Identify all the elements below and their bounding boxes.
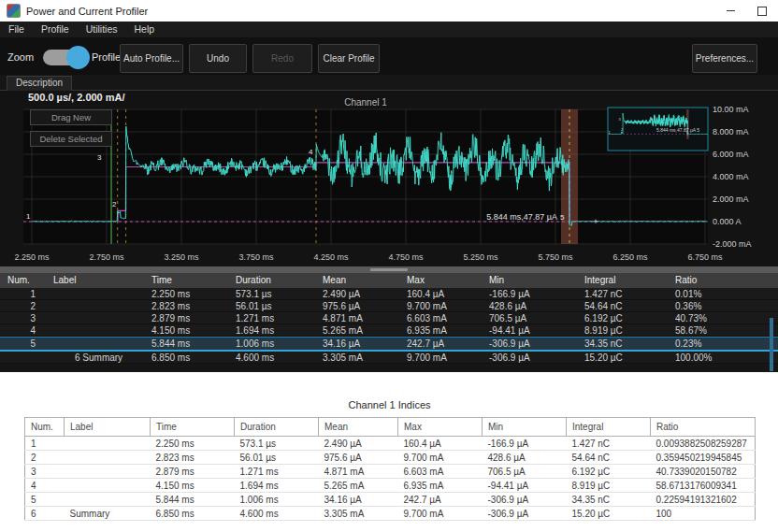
indices-row-4: 44.150 ms1.694 ms5.265 mA6.935 mA-94.41 … [25, 479, 756, 493]
indices-cell-max: 9.700 mA [398, 507, 483, 521]
indices-cell-integral: 1.427 nC [567, 437, 651, 451]
cell-num [0, 352, 47, 363]
drag-new-button[interactable]: Drag New [30, 109, 112, 125]
indices-cell-num: 5 [25, 493, 65, 507]
indices-cell-ratio: 100 [651, 507, 756, 521]
cell-label [47, 338, 145, 350]
minimap[interactable]: 123455.844 ms,47.87 µA 5 [608, 108, 708, 151]
cell-mean: 4.871 mA [316, 312, 400, 324]
indices-cell-label [65, 465, 151, 479]
panel-splitter[interactable] [0, 266, 778, 273]
zoom-profile-toggle[interactable] [43, 50, 86, 65]
waveform-chart[interactable]: 2.250 ms2.750 ms3.250 ms3.750 ms4.250 ms… [0, 91, 778, 266]
x-tick-label: 6.750 ms [687, 252, 723, 262]
cell-label [47, 300, 145, 311]
indices-cell-label [65, 493, 151, 507]
minimap-annotation: 5.844 ms,47.87 µA 5 [656, 127, 699, 133]
menu-item-help[interactable]: Help [126, 22, 164, 37]
indices-section: Channel 1 Indices Num.LabelTimeDurationM… [0, 372, 778, 532]
header-mean[interactable]: Mean [316, 273, 400, 288]
indices-cell-label: Summary [65, 507, 151, 521]
indices-cell-max: 9.700 mA [398, 451, 483, 465]
cell-min: -306.9 µA [483, 352, 578, 363]
header-label[interactable]: Label [47, 273, 145, 288]
menu-item-file[interactable]: File [0, 22, 33, 37]
minimize-button[interactable] [714, 0, 746, 22]
indices-header-mean: Mean [319, 418, 398, 437]
indices-cell-integral: 6.192 µC [567, 465, 651, 479]
profile-row-3[interactable]: 32.879 ms1.271 ms4.871 mA6.603 mA706.5 µ… [0, 312, 778, 324]
indices-row-1: 12.250 ms573.1 µs2.490 µA160.4 µA-166.9 … [25, 437, 756, 451]
window-controls [714, 0, 778, 22]
cell-duration: 56.01 µs [229, 300, 316, 311]
header-time[interactable]: Time [145, 273, 229, 288]
menu-item-profile[interactable]: Profile [33, 22, 78, 37]
indices-header-label: Label [65, 418, 151, 437]
header-ratio[interactable]: Ratio [669, 273, 778, 288]
x-tick-label: 3.750 ms [238, 252, 274, 262]
y-tick-label: 8.000 mA [713, 127, 749, 137]
profile-row-5[interactable]: 55.844 ms1.006 ms34.16 µA242.7 µA-306.9 … [0, 337, 778, 352]
header-min[interactable]: Min [483, 273, 578, 288]
cell-integral: 6.192 µC [578, 312, 669, 324]
indices-cell-duration: 1.271 ms [235, 465, 319, 479]
header-integral[interactable]: Integral [578, 273, 669, 288]
indices-cell-integral: 34.35 nC [567, 493, 651, 507]
cell-integral: 34.35 nC [578, 338, 669, 350]
table-scrollbar[interactable] [770, 318, 773, 371]
profile-row-2[interactable]: 22.823 ms56.01 µs975.6 µA9.700 mA428.6 µ… [0, 300, 778, 312]
delete-selected-button[interactable]: Delete Selected [30, 131, 112, 147]
indices-cell-mean: 34.16 µA [319, 493, 398, 507]
chart-title: Channel 1 [23, 97, 708, 108]
toolbar: Zoom Profile Auto Profile...UndoRedoClea… [0, 37, 778, 75]
undo-button[interactable]: Undo [189, 44, 247, 73]
cell-max: 9.700 mA [400, 300, 483, 311]
cell-ratio: 100.00% [669, 352, 778, 363]
header-max[interactable]: Max [400, 273, 483, 288]
redo-button[interactable]: Redo [252, 44, 312, 73]
cell-time: 5.844 ms [145, 338, 229, 350]
x-tick-label: 2.250 ms [14, 252, 50, 262]
cell-max: 6.603 mA [400, 312, 483, 324]
indices-header-duration: Duration [235, 418, 319, 437]
indices-cell-mean: 2.490 µA [319, 437, 398, 451]
cell-duration: 573.1 µs [229, 288, 316, 299]
maximize-button[interactable] [746, 0, 778, 22]
indices-cell-duration: 1.006 ms [235, 493, 319, 507]
cell-mean: 2.490 µA [316, 288, 400, 299]
cell-label: 6 Summary [47, 352, 145, 363]
cell-max: 242.7 µA [400, 338, 483, 350]
indices-cell-ratio: 40.7339020150782 [651, 465, 756, 479]
indices-cell-integral: 8.919 µC [567, 479, 651, 493]
header-duration[interactable]: Duration [229, 273, 316, 288]
region-marker-4: 4 [309, 148, 313, 156]
y-tick-label: 4.000 mA [713, 172, 749, 181]
auto-profile-button[interactable]: Auto Profile... [120, 44, 183, 73]
cell-integral: 54.64 nC [578, 300, 669, 311]
header-num[interactable]: Num. [0, 273, 47, 288]
profile-row-4[interactable]: 44.150 ms1.694 ms5.265 mA6.935 mA-94.41 … [0, 324, 778, 337]
indices-cell-duration: 1.694 ms [235, 479, 319, 493]
indices-cell-min: -306.9 µA [483, 507, 567, 521]
indices-cell-min: 428.6 µA [483, 451, 567, 465]
indices-table: Num.LabelTimeDurationMeanMaxMinIntegralR… [24, 417, 756, 521]
minimize-icon [727, 10, 735, 11]
indices-cell-num: 6 [25, 507, 65, 521]
indices-cell-ratio: 0.0093882508259287 [651, 437, 756, 451]
menu-bar: FileProfileUtilitiesHelp [0, 22, 778, 37]
indices-cell-time: 4.150 ms [151, 479, 235, 493]
cell-time: 4.150 ms [145, 324, 229, 336]
tab-description[interactable]: Description [7, 76, 72, 91]
profile-row-1[interactable]: 12.250 ms573.1 µs2.490 µA160.4 µA-166.9 … [0, 288, 778, 300]
region-marker-3: 3 [97, 153, 102, 162]
indices-header-ratio: Ratio [651, 418, 756, 437]
indices-row-5: 55.844 ms1.006 ms34.16 µA242.7 µA-306.9 … [25, 493, 756, 507]
cell-min: -306.9 µA [483, 338, 578, 350]
profile-row-6[interactable]: 6 Summary6.850 ms4.600 ms3.305 mA9.700 m… [0, 352, 778, 364]
menu-item-utilities[interactable]: Utilities [78, 22, 126, 37]
indices-cell-time: 2.823 ms [151, 451, 235, 465]
cell-ratio: 0.01% [669, 288, 778, 299]
preferences-button[interactable]: Preferences... [692, 44, 757, 73]
clear-profile-button[interactable]: Clear Profile [318, 44, 380, 73]
indices-cell-duration: 573.1 µs [235, 437, 319, 451]
